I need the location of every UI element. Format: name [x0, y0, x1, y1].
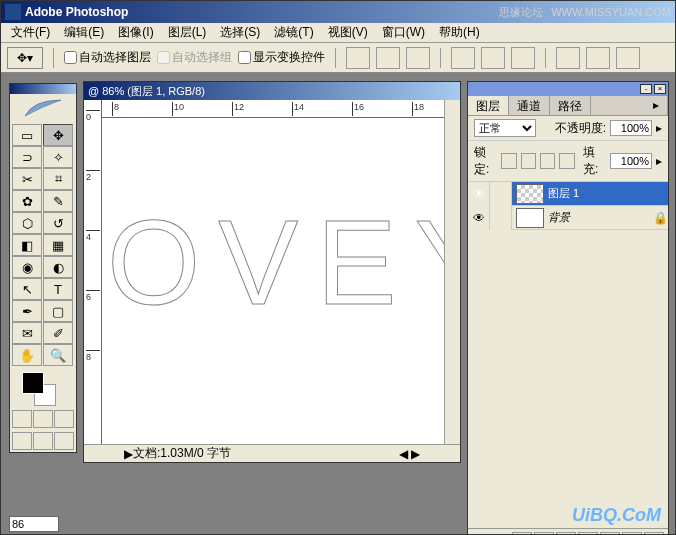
brush-tool[interactable]: ✎: [43, 190, 73, 212]
link-cell[interactable]: [490, 206, 512, 230]
visibility-icon[interactable]: 👁: [468, 206, 490, 230]
panel-minimize[interactable]: -: [640, 84, 652, 94]
group-button[interactable]: [600, 532, 620, 536]
hand-tool[interactable]: ✋: [12, 344, 42, 366]
layer-mask-button[interactable]: [556, 532, 576, 536]
panel-titlebar[interactable]: - ×: [468, 82, 668, 96]
menu-window[interactable]: 窗口(W): [376, 22, 431, 43]
document-window[interactable]: @ 86% (图层 1, RGB/8) 8 10 12 14 16 18 0 2…: [83, 81, 461, 463]
opacity-arrow-icon[interactable]: ▸: [656, 121, 662, 135]
screen-mode[interactable]: [54, 410, 74, 428]
tab-layers[interactable]: 图层: [468, 96, 509, 115]
visibility-icon[interactable]: 👁: [468, 182, 490, 206]
layer-name[interactable]: 图层 1: [548, 186, 668, 201]
show-transform-checkbox[interactable]: 显示变换控件: [238, 49, 325, 66]
gradient-tool[interactable]: ▦: [43, 234, 73, 256]
titlebar: Adobe Photoshop 思缘论坛 WWW.MISSYUAN.COM: [1, 1, 675, 23]
toolbox[interactable]: ▭ ✥ ⊃ ✧ ✂ ⌗ ✿ ✎ ⬡ ↺ ◧ ▦ ◉ ◐ ↖ T ✒ ▢ ✉ ✐ …: [9, 83, 77, 453]
screen-mode-2[interactable]: [33, 432, 53, 450]
new-layer-button[interactable]: [622, 532, 642, 536]
slice-tool[interactable]: ⌗: [43, 168, 73, 190]
app-title: Adobe Photoshop: [25, 5, 128, 19]
scrollbar-vertical[interactable]: [444, 100, 460, 444]
canvas[interactable]: OVEY: [102, 118, 444, 444]
move-tool-preview[interactable]: ✥▾: [7, 47, 43, 69]
layer-thumbnail[interactable]: [516, 208, 544, 228]
tab-channels[interactable]: 通道: [509, 96, 550, 115]
wand-tool[interactable]: ✧: [43, 146, 73, 168]
path-select-tool[interactable]: ↖: [12, 278, 42, 300]
notes-tool[interactable]: ✉: [12, 322, 42, 344]
layer-row[interactable]: 👁 背景 🔒: [468, 206, 668, 230]
screen-mode-3[interactable]: [54, 432, 74, 450]
align-btn-3[interactable]: [406, 47, 430, 69]
healing-tool[interactable]: ✿: [12, 190, 42, 212]
canvas-text-outline: OVEY: [107, 193, 444, 331]
fg-color-swatch[interactable]: [22, 372, 44, 394]
menu-image[interactable]: 图像(I): [112, 22, 159, 43]
menu-select[interactable]: 选择(S): [214, 22, 266, 43]
stamp-tool[interactable]: ⬡: [12, 212, 42, 234]
standard-mode[interactable]: [12, 410, 32, 428]
crop-tool[interactable]: ✂: [12, 168, 42, 190]
pen-tool[interactable]: ✒: [12, 300, 42, 322]
layer-thumbnail[interactable]: [516, 184, 544, 204]
opacity-input[interactable]: [610, 120, 652, 136]
lock-all[interactable]: [559, 153, 574, 169]
menu-filter[interactable]: 滤镜(T): [268, 22, 319, 43]
layer-row[interactable]: 👁 图层 1: [468, 182, 668, 206]
lasso-tool[interactable]: ⊃: [12, 146, 42, 168]
quickmask-mode[interactable]: [33, 410, 53, 428]
dist-btn-3[interactable]: [616, 47, 640, 69]
toolbox-titlebar[interactable]: [10, 84, 76, 94]
history-brush-tool[interactable]: ↺: [43, 212, 73, 234]
auto-select-group-checkbox: 自动选择组: [157, 49, 232, 66]
link-cell[interactable]: [490, 182, 512, 206]
move-tool[interactable]: ✥: [43, 124, 73, 146]
dist-btn-1[interactable]: [556, 47, 580, 69]
align-btn-4[interactable]: [451, 47, 475, 69]
screen-mode-1[interactable]: [12, 432, 32, 450]
align-btn-2[interactable]: [376, 47, 400, 69]
delete-layer-button[interactable]: [644, 532, 664, 536]
menubar: 文件(F) 编辑(E) 图像(I) 图层(L) 选择(S) 滤镜(T) 视图(V…: [1, 23, 675, 43]
lock-transparency[interactable]: [501, 153, 516, 169]
dodge-tool[interactable]: ◐: [43, 256, 73, 278]
dist-btn-2[interactable]: [586, 47, 610, 69]
fill-input[interactable]: [610, 153, 652, 169]
layer-name[interactable]: 背景: [548, 210, 652, 225]
menu-file[interactable]: 文件(F): [5, 22, 56, 43]
menu-layer[interactable]: 图层(L): [162, 22, 213, 43]
align-btn-6[interactable]: [511, 47, 535, 69]
link-layers-button[interactable]: [512, 532, 532, 536]
color-swatches[interactable]: [10, 368, 76, 408]
zoom-tool[interactable]: 🔍: [43, 344, 73, 366]
marquee-tool[interactable]: ▭: [12, 124, 42, 146]
opacity-label: 不透明度:: [555, 120, 606, 137]
shape-tool[interactable]: ▢: [43, 300, 73, 322]
panel-close[interactable]: ×: [654, 84, 666, 94]
tab-paths[interactable]: 路径: [550, 96, 591, 115]
workspace: ▭ ✥ ⊃ ✧ ✂ ⌗ ✿ ✎ ⬡ ↺ ◧ ▦ ◉ ◐ ↖ T ✒ ▢ ✉ ✐ …: [1, 73, 675, 534]
document-title[interactable]: @ 86% (图层 1, RGB/8): [84, 82, 460, 100]
zoom-input[interactable]: [9, 516, 59, 532]
type-tool[interactable]: T: [43, 278, 73, 300]
adjustment-layer-button[interactable]: [578, 532, 598, 536]
menu-edit[interactable]: 编辑(E): [58, 22, 110, 43]
fill-arrow-icon[interactable]: ▸: [656, 154, 662, 168]
lock-position[interactable]: [540, 153, 555, 169]
auto-select-layer-checkbox[interactable]: 自动选择图层: [64, 49, 151, 66]
eyedropper-tool[interactable]: ✐: [43, 322, 73, 344]
menu-help[interactable]: 帮助(H): [433, 22, 486, 43]
blur-tool[interactable]: ◉: [12, 256, 42, 278]
layer-style-button[interactable]: [534, 532, 554, 536]
align-btn-5[interactable]: [481, 47, 505, 69]
blend-mode-select[interactable]: 正常: [474, 119, 536, 137]
app-icon: [5, 4, 21, 20]
align-btn-1[interactable]: [346, 47, 370, 69]
lock-pixels[interactable]: [521, 153, 536, 169]
menu-view[interactable]: 视图(V): [322, 22, 374, 43]
panel-menu-icon[interactable]: ▸: [645, 96, 668, 115]
layers-panel[interactable]: - × 图层 通道 路径 ▸ 正常 不透明度: ▸ 锁定: 填充:: [467, 81, 669, 535]
eraser-tool[interactable]: ◧: [12, 234, 42, 256]
